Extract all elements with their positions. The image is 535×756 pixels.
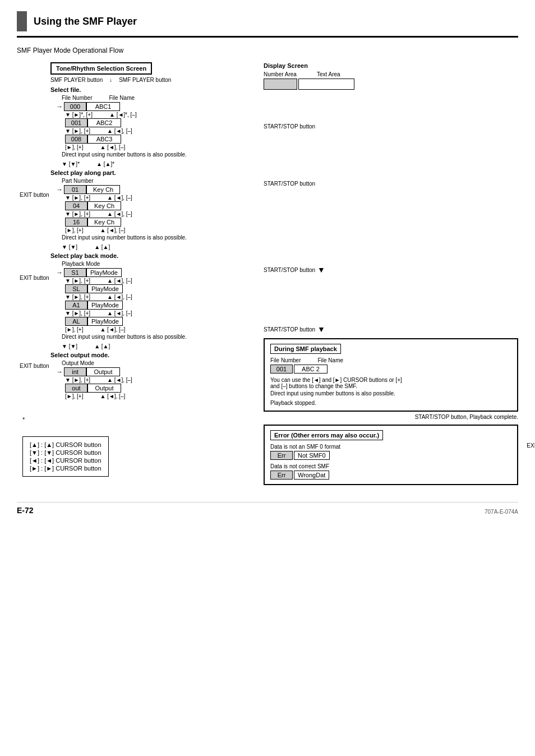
select-output-section: Select output mode. EXIT button Output M… bbox=[50, 352, 252, 399]
exit-btn-label-2[interactable]: EXIT button bbox=[20, 275, 49, 281]
display-screen-area: Display Screen Number Area Text Area bbox=[264, 62, 518, 90]
pb-al: AL bbox=[65, 317, 87, 326]
down-arrow-4: ▼ bbox=[317, 325, 325, 334]
file-008: 008 bbox=[65, 135, 87, 144]
out-out: out bbox=[65, 384, 87, 393]
out-output-1: Output bbox=[86, 367, 120, 376]
start-stop-complete: START/STOP button, Playback complete. bbox=[264, 414, 518, 420]
error1-label: Data is not an SMF 0 format bbox=[270, 444, 511, 450]
legend-item-2: [▼] : [▼] CURSOR button bbox=[30, 449, 102, 456]
during-smf-box: During SMF playback File Number File Nam… bbox=[264, 338, 518, 412]
page-title: Using the SMF Player bbox=[34, 16, 137, 27]
legend-box: [▲] : [▲] CURSOR button [▼] : [▼] CURSOR… bbox=[22, 436, 109, 477]
file-000: 000 bbox=[64, 102, 86, 111]
exit-btn-label-1[interactable]: EXIT button bbox=[20, 192, 49, 198]
smf-player-btn2[interactable]: SMF PLAYER button bbox=[119, 77, 171, 83]
asterisk-note: * bbox=[22, 416, 252, 423]
during-smf-file-num-label: File Number bbox=[270, 357, 301, 363]
pointer-arrow-3: → bbox=[56, 269, 63, 276]
page-header: Using the SMF Player bbox=[17, 11, 518, 38]
left-column: Tone/Rhythm Selection Screen SMF PLAYER … bbox=[17, 62, 252, 485]
arrow-down-1: ↓ bbox=[109, 77, 112, 83]
part-nav-down-2: ▼ [►], [+] bbox=[65, 211, 90, 217]
select-playback-section: Select play back mode. EXIT button Playb… bbox=[50, 252, 252, 340]
pb-nav-up-2: ▲ [◄], [–] bbox=[107, 294, 132, 300]
pb-nav-up-1: ▲ [◄], [–] bbox=[107, 278, 132, 284]
during-smf-title: During SMF playback bbox=[270, 344, 341, 354]
pb-playmode-3: PlayMode bbox=[87, 301, 123, 310]
exit-btn-label-4[interactable]: EXIT button bbox=[527, 442, 535, 449]
part-keych-1: Key Ch bbox=[86, 185, 120, 194]
part-number-label: Part Number bbox=[62, 178, 94, 184]
pb-nav-down-4: [►], [+] bbox=[65, 326, 83, 333]
file-abc2: ABC2 bbox=[87, 118, 121, 127]
nav-up-2: ▲ [◄], [–] bbox=[107, 128, 132, 134]
header-accent bbox=[17, 11, 27, 31]
smf-player-btn1[interactable]: SMF PLAYER button bbox=[50, 77, 103, 83]
during-smf-file-name-label: File Name bbox=[317, 357, 343, 363]
error2-label: Data is not correct SMF bbox=[270, 463, 511, 469]
section-nav-up-3: ▲ [▲] bbox=[94, 343, 110, 349]
output-mode-label: Output Mode bbox=[62, 360, 94, 366]
select-output-label: Select output mode. bbox=[50, 352, 252, 358]
part-nav-down-3: [►], [+] bbox=[65, 227, 83, 233]
text-area-label: Text Area bbox=[317, 71, 340, 77]
number-area-label: Number Area bbox=[264, 71, 297, 77]
playback-mode-label: Playback Mode bbox=[62, 261, 100, 267]
section-nav-up-1: ▲ [▲]* bbox=[96, 161, 114, 167]
out-int: int bbox=[64, 367, 86, 376]
down-arrow-3: ▼ bbox=[317, 265, 325, 274]
select-part-section: Select play along part. EXIT button Part… bbox=[50, 169, 252, 241]
page-footer: E-72 707A-E-074A bbox=[17, 502, 518, 515]
error-box: Error (Other errors may also occur.) EXI… bbox=[264, 425, 518, 485]
pb-s1: S1 bbox=[64, 268, 86, 277]
legend-item-1: [▲] : [▲] CURSOR button bbox=[30, 441, 102, 448]
exit-btn-label-3[interactable]: EXIT button bbox=[20, 363, 49, 369]
pb-nav-down-2: ▼ [►], [+] bbox=[65, 294, 90, 300]
part-nav-down-1: ▼ [►], [+] bbox=[65, 195, 90, 201]
playback-stopped-label: Playback stopped. bbox=[270, 400, 511, 406]
error2-err: Err bbox=[270, 471, 293, 480]
pointer-arrow-1: → bbox=[56, 103, 63, 110]
part-16: 16 bbox=[65, 218, 87, 227]
section-nav-down-2: ▼ [▼] bbox=[62, 244, 77, 250]
file-number-label: File Number bbox=[62, 95, 92, 101]
start-stop-btn-4[interactable]: START/STOP button ▼ bbox=[264, 325, 518, 334]
footer-code: 707A-E-074A bbox=[485, 509, 518, 515]
part-nav-up-2: ▲ [◄], [–] bbox=[107, 211, 132, 217]
file-name-label: File Name bbox=[109, 95, 135, 101]
pb-nav-up-3: ▲ [◄], [–] bbox=[107, 310, 132, 316]
legend-item-4: [►] : [►] CURSOR button bbox=[30, 465, 102, 472]
part-nav-up-1: ▲ [◄], [–] bbox=[107, 195, 132, 201]
out-nav-down-2: [►], [+] bbox=[65, 393, 83, 399]
file-abc1: ABC1 bbox=[86, 102, 120, 111]
nav-down-2: ▼ [►], [+] bbox=[65, 128, 90, 134]
start-stop-btn-1[interactable]: START/STOP button bbox=[264, 123, 315, 130]
out-nav-down-1: ▼ [►], [+] bbox=[65, 377, 90, 383]
nav-down-1: ▼ [►]*, [+] bbox=[65, 112, 93, 118]
error1-err: Err bbox=[270, 451, 293, 460]
footer-page: E-72 bbox=[17, 506, 34, 515]
start-stop-btn-2[interactable]: START/STOP button bbox=[264, 181, 315, 187]
pointer-arrow-2: → bbox=[56, 186, 63, 193]
pb-nav-down-1: ▼ [►], [+] bbox=[65, 278, 90, 284]
pb-nav-down-3: ▼ [►], [+] bbox=[65, 310, 90, 316]
right-column: Display Screen Number Area Text Area STA… bbox=[264, 62, 518, 485]
start-stop-btn-3[interactable]: START/STOP button ▼ bbox=[264, 265, 518, 274]
display-screen-title: Display Screen bbox=[264, 62, 518, 69]
out-nav-up-1: ▲ [◄], [–] bbox=[107, 377, 132, 383]
pointer-arrow-4: → bbox=[56, 368, 63, 376]
direct-input-note-3: Direct input using number buttons is als… bbox=[62, 334, 252, 340]
legend-item-3: [◄] : [◄] CURSOR button bbox=[30, 457, 102, 464]
pb-playmode-4: PlayMode bbox=[87, 317, 123, 326]
select-file-label: Select file. bbox=[50, 86, 252, 93]
tone-rhythm-box: Tone/Rhythm Selection Screen bbox=[50, 62, 152, 75]
section-nav-up-2: ▲ [▲] bbox=[94, 244, 110, 250]
file-001: 001 bbox=[65, 118, 87, 127]
nav-up-3: ▲ [◄], [–] bbox=[100, 144, 125, 150]
display-number-area bbox=[264, 79, 297, 90]
section-nav-down-3: ▼ [▼] bbox=[62, 343, 77, 349]
out-nav-up-2: ▲ [◄], [–] bbox=[100, 393, 125, 399]
during-smf-name-val: ABC 2 bbox=[294, 365, 328, 374]
pb-nav-up-4: ▲ [◄], [–] bbox=[100, 326, 125, 333]
